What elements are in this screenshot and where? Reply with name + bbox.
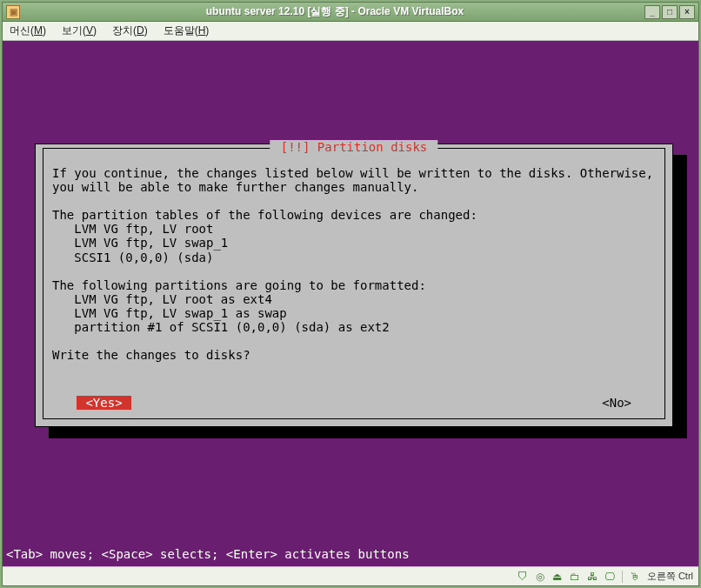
tables-header: The partition tables of the following de… (52, 208, 477, 222)
partition-dialog: [!!] Partition disks If you continue, th… (35, 144, 673, 427)
format-item: partition #1 of SCSI1 (0,0,0) (sda) as e… (74, 320, 389, 334)
menu-machine[interactable]: 머신(M) (10, 23, 46, 38)
net-icon[interactable]: 🖧 (585, 570, 599, 584)
menu-view-accel: V (86, 24, 93, 37)
dialog-intro: If you continue, the changes listed belo… (52, 166, 661, 194)
folder-icon[interactable]: 🗀 (568, 570, 582, 584)
usb-icon[interactable]: ⏏ (551, 570, 564, 584)
close-button[interactable]: × (679, 5, 695, 19)
titlebar[interactable]: ▣ ubuntu server 12.10 [실행 중] - Oracle VM… (3, 3, 698, 22)
app-window: ▣ ubuntu server 12.10 [실행 중] - Oracle VM… (2, 2, 699, 586)
table-item: LVM VG ftp, LV swap_1 (74, 236, 228, 250)
table-item: SCSI1 (0,0,0) (sda) (74, 251, 213, 264)
menu-machine-accel: M (34, 24, 43, 37)
hint-bar: <Tab> moves; <Space> selects; <Enter> ac… (3, 544, 413, 566)
menu-devices-accel: D (137, 24, 144, 37)
maximize-button[interactable]: □ (662, 5, 678, 19)
menu-help[interactable]: 도움말(H) (164, 23, 210, 38)
table-item: LVM VG ftp, LV root (74, 222, 213, 236)
window-title: ubuntu server 12.10 [실행 중] - Oracle VM V… (25, 4, 644, 19)
menu-view[interactable]: 보기(V) (62, 23, 97, 38)
menu-help-accel: H (198, 24, 206, 37)
vm-screen[interactable]: [!!] Partition disks If you continue, th… (3, 41, 698, 566)
dialog-frame: [!!] Partition disks If you continue, th… (43, 148, 665, 419)
menu-view-label: 보기 (62, 24, 83, 37)
menu-machine-label: 머신 (10, 24, 30, 37)
status-separator (622, 571, 623, 583)
menu-help-label: 도움말 (164, 24, 195, 37)
minimize-button[interactable]: _ (644, 5, 660, 19)
dialog-body: If you continue, the changes listed belo… (52, 166, 656, 362)
statusbar: ⛉ ◎ ⏏ 🗀 🖧 🖵 🖰 오른쪽 Ctrl (3, 566, 698, 585)
host-key-label: 오른쪽 Ctrl (647, 570, 693, 583)
menu-devices[interactable]: 장치(D) (112, 23, 148, 38)
cd-icon[interactable]: ◎ (533, 570, 547, 584)
mouse-icon[interactable]: 🖰 (628, 570, 642, 584)
format-item: LVM VG ftp, LV swap_1 as swap (74, 306, 286, 320)
app-icon: ▣ (6, 5, 20, 19)
no-button[interactable]: <No> (602, 396, 631, 410)
dialog-question: Write the changes to disks? (52, 348, 250, 362)
menu-devices-label: 장치 (112, 24, 133, 37)
hdd-icon[interactable]: ⛉ (516, 570, 530, 584)
window-controls: _ □ × (644, 5, 695, 19)
dialog-title: [!!] Partition disks (270, 140, 437, 154)
format-item: LVM VG ftp, LV root as ext4 (74, 292, 272, 306)
format-header: The following partitions are going to be… (52, 278, 426, 292)
dialog-actions: <Yes> <No> (77, 396, 631, 410)
yes-button[interactable]: <Yes> (77, 396, 131, 410)
menubar: 머신(M) 보기(V) 장치(D) 도움말(H) (3, 22, 698, 41)
display-icon[interactable]: 🖵 (603, 570, 617, 584)
